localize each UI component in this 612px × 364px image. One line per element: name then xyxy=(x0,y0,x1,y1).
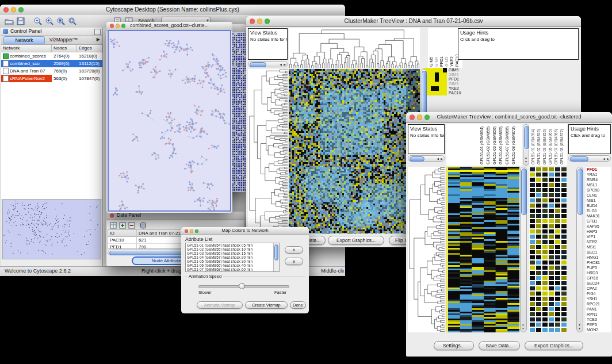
tab-overflow-button[interactable]: ▶ xyxy=(97,37,100,42)
network-overview[interactable] xyxy=(2,200,101,259)
scrollbar-thumb[interactable] xyxy=(524,126,529,149)
slider-thumb[interactable] xyxy=(239,283,245,289)
delete-attribute-button[interactable] xyxy=(128,221,135,228)
gene-label[interactable]: CPA2 xyxy=(586,286,611,291)
zoom-fit-button[interactable] xyxy=(68,17,77,26)
attribute-item[interactable]: GPL51-02 (GSM855) heat shock 10 min xyxy=(186,247,279,251)
gene-label[interactable]: SEC1 xyxy=(586,250,611,255)
scroll-down-icon[interactable]: ▼ xyxy=(578,326,581,331)
gene-label[interactable]: HMG1 xyxy=(586,255,611,260)
scroll-right-icon[interactable]: ▶ xyxy=(441,156,443,162)
treeview1-titlebar[interactable]: ClusterMaker TreeView : DNA and Tran 07-… xyxy=(246,16,581,27)
vertical-scrollbar[interactable]: ▲▼ xyxy=(576,167,583,332)
gene-label[interactable]: RNR4 xyxy=(586,177,611,182)
scrollbar-thumb[interactable] xyxy=(274,244,278,260)
attribute-item[interactable]: GPL51-05 (GSM858) heat shock 30 min xyxy=(186,259,279,263)
done-button[interactable]: Done xyxy=(290,301,306,309)
gene-label[interactable]: YRA1 xyxy=(586,172,611,177)
scroll-right-icon[interactable]: ▶ xyxy=(607,156,609,162)
export-graphics-button[interactable]: Export Graphics... xyxy=(525,341,583,350)
gene-label[interactable]: PFD1 xyxy=(586,167,611,172)
close-button[interactable] xyxy=(250,19,255,24)
gene-label[interactable]: GIM4 xyxy=(449,72,479,77)
zoom-selected-button[interactable] xyxy=(56,17,66,26)
gene-label[interactable]: HRD3 xyxy=(586,270,611,275)
close-button[interactable] xyxy=(185,229,188,233)
gene-label[interactable]: KAP95 xyxy=(586,224,611,229)
network-canvas[interactable] xyxy=(108,30,231,212)
gene-label[interactable]: YKE2 xyxy=(449,86,479,91)
gene-label[interactable]: GIM3 xyxy=(449,82,479,86)
header-nodes[interactable]: Nodes xyxy=(52,45,77,52)
move-up-button[interactable]: ∧ xyxy=(285,246,303,254)
gene-label[interactable]: PUF3 xyxy=(586,265,611,270)
export-graphics-button[interactable]: Export Graphics... xyxy=(328,236,384,245)
scrollbar-thumb[interactable] xyxy=(410,156,424,162)
settings-button[interactable]: Settings... xyxy=(434,341,474,350)
heatmap[interactable] xyxy=(448,167,519,332)
move-down-button[interactable]: ∨ xyxy=(285,258,303,265)
zoom-out-button[interactable] xyxy=(33,17,43,26)
gene-label[interactable]: PAN1 xyxy=(586,306,611,312)
attribute-item[interactable]: GPL51-03 (GSM856) heat shock 15 min xyxy=(186,251,279,255)
gene-label[interactable]: TCB3 xyxy=(586,317,611,322)
heatmap[interactable] xyxy=(289,69,420,233)
tab-vizmapper[interactable]: VizMapper™ xyxy=(49,36,78,43)
minimize-button[interactable] xyxy=(11,7,16,13)
gene-label[interactable]: PAC10 xyxy=(449,91,479,95)
gene-label[interactable]: MAK31 xyxy=(586,213,611,219)
create-vizmap-button[interactable]: Create Vizmap xyxy=(245,301,288,309)
tab-network[interactable]: Network xyxy=(3,36,45,44)
scrollbar-thumb[interactable] xyxy=(422,71,427,117)
gene-label[interactable]: MSL1 xyxy=(586,182,611,187)
treeview2-titlebar[interactable]: ClusterMaker TreeView : combined_scores_… xyxy=(406,112,612,123)
select-attributes-button[interactable] xyxy=(110,221,117,228)
gene-label[interactable]: GIM5 xyxy=(449,68,479,72)
scroll-left-icon[interactable]: ◀ xyxy=(280,62,282,67)
gene-label[interactable]: ELG1 xyxy=(586,208,611,213)
zoom-window-button[interactable] xyxy=(424,115,430,120)
gene-label[interactable]: PFD1 xyxy=(449,77,479,82)
network-row[interactable]: DNA and Tran 07769(0)183728(0) xyxy=(1,67,102,75)
gene-label[interactable]: BUD4 xyxy=(586,203,611,208)
scrollbar-thumb[interactable] xyxy=(577,168,583,215)
save-data-button[interactable]: Save Data... xyxy=(479,341,520,350)
gene-label[interactable]: RPO21 xyxy=(586,301,611,306)
row-dendrogram[interactable] xyxy=(248,69,288,233)
scroll-left-icon[interactable]: ◀ xyxy=(603,156,605,162)
zoom-window-button[interactable] xyxy=(18,7,24,13)
title-bar[interactable]: Cytoscape Desktop (Session Name: collins… xyxy=(0,5,345,16)
gene-label[interactable]: GPI16 xyxy=(586,275,611,281)
horizontal-scrollbar[interactable]: ◀▶ xyxy=(408,155,445,162)
close-button[interactable] xyxy=(410,115,415,120)
attribute-item[interactable]: GPL51-01 (GSM854) heat shock 05 min xyxy=(186,243,279,247)
horizontal-scrollbar[interactable]: ◀▶ xyxy=(248,61,288,67)
close-button[interactable] xyxy=(3,7,9,13)
gene-label[interactable]: GTB1 xyxy=(586,219,611,224)
gene-label[interactable]: SPC98 xyxy=(586,187,611,193)
minimize-button[interactable] xyxy=(257,19,262,24)
row-dendrogram[interactable] xyxy=(408,167,445,332)
scrollbar-thumb[interactable] xyxy=(521,168,527,215)
minimize-button[interactable] xyxy=(116,24,120,28)
gene-label[interactable]: SEC24 xyxy=(586,281,611,286)
gene-label[interactable]: CLN1 xyxy=(586,193,611,198)
gene-label[interactable]: VIP1 xyxy=(586,234,611,239)
gene-label[interactable]: RPN1 xyxy=(586,312,611,317)
create-attribute-button[interactable] xyxy=(119,221,126,228)
gene-label[interactable]: NIS1 xyxy=(586,198,611,203)
gene-label[interactable]: HAP3 xyxy=(586,229,611,234)
network-row[interactable]: sRNAPuberNov2563(0)107847(0) xyxy=(1,75,102,82)
attribute-item[interactable]: GPL51-06 (GSM866) heat shock 40 min xyxy=(186,263,279,267)
attribute-item[interactable]: GPL51-07 (GSM868) heat shock 60 min xyxy=(186,267,279,271)
close-button[interactable] xyxy=(110,214,114,218)
header-network[interactable]: Network xyxy=(1,45,52,52)
attribute-list[interactable]: GPL51-01 (GSM854) heat shock 05 minGPL51… xyxy=(185,243,280,272)
scroll-right-icon[interactable]: ▶ xyxy=(284,62,286,67)
secondary-heatmap[interactable] xyxy=(529,167,567,332)
gene-label[interactable]: PHO81 xyxy=(586,260,611,265)
network-row[interactable]: combined_sco2569(6)13112(15) xyxy=(1,60,102,67)
gene-label[interactable]: MSI1 xyxy=(586,244,611,250)
id-column-header[interactable]: ID xyxy=(108,230,137,236)
scroll-left-icon[interactable]: ◀ xyxy=(437,156,439,162)
